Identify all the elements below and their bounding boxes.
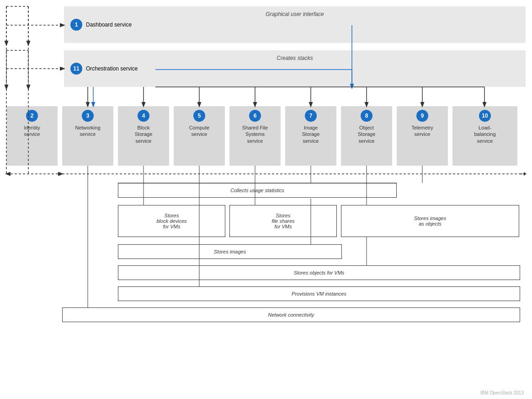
- badge-4: 4: [138, 110, 149, 122]
- badge-5: 5: [193, 110, 205, 122]
- svg-marker-28: [524, 172, 527, 176]
- dashboard-band-label: Graphical user interface: [266, 11, 324, 17]
- orchestration-band-label: Creates stacks: [277, 55, 313, 61]
- rel-collects-usage: Collects usage statistics: [118, 183, 397, 198]
- block-storage-service-label: BlockStorageservice: [135, 124, 153, 144]
- orchestration-service-label: Orchestration service: [86, 65, 138, 72]
- rel-stores-images: Stores images: [118, 244, 342, 259]
- networking-service-label: Networkingservice: [75, 124, 100, 138]
- dashboard-band: 1 Dashboard service Graphical user inter…: [64, 6, 526, 43]
- service-box-compute: 5 Computeservice: [174, 106, 225, 166]
- rel-stores-images-objects-label: Stores imagesas objects: [414, 216, 446, 226]
- shared-file-service-label: Shared FileSystemsservice: [242, 124, 268, 144]
- rel-network-connectivity: Network connectivity: [62, 307, 520, 322]
- rel-provisions-vm: Provisions VM instances: [118, 286, 520, 301]
- compute-service-label: Computeservice: [189, 124, 210, 138]
- rel-stores-images-objects: Stores imagesas objects: [341, 205, 519, 237]
- badge-9: 9: [416, 110, 428, 122]
- service-box-object-storage: 8 ObjectStorageservice: [341, 106, 392, 166]
- service-box-loadbalancing: 10 Load-balancingservice: [452, 106, 517, 166]
- rel-network-connectivity-label: Network connectivity: [268, 312, 314, 318]
- telemetry-service-label: Telemetryservice: [411, 124, 433, 138]
- badge-2: 2: [26, 110, 38, 122]
- orchestration-band: 11 Orchestration service Creates stacks: [64, 50, 526, 87]
- badge-10: 10: [479, 110, 491, 122]
- service-box-block-storage: 4 BlockStorageservice: [118, 106, 169, 166]
- badge-1: 1: [70, 19, 82, 31]
- badge-3: 3: [82, 110, 94, 122]
- object-storage-service-label: ObjectStorageservice: [358, 124, 376, 144]
- rel-collects-usage-label: Collects usage statistics: [230, 188, 284, 193]
- rel-stores-file-shares: Storesfile sharesfor VMs: [229, 205, 337, 237]
- diagram-container: 1 Dashboard service Graphical user inter…: [0, 0, 532, 399]
- rel-stores-objects-label: Stores objects for VMs: [294, 270, 345, 275]
- rel-stores-objects: Stores objects for VMs: [118, 265, 520, 280]
- svg-marker-27: [59, 172, 62, 176]
- rel-stores-block-label: Storesblock devicesfor VMs: [156, 213, 186, 229]
- service-box-shared-file: 6 Shared FileSystemsservice: [229, 106, 281, 166]
- service-box-telemetry: 9 Telemetryservice: [397, 106, 448, 166]
- badge-6: 6: [249, 110, 261, 122]
- identity-service-label: Identityservice: [24, 124, 40, 138]
- loadbalancing-service-label: Load-balancingservice: [474, 124, 495, 144]
- badge-7: 7: [305, 110, 317, 122]
- rel-stores-block: Storesblock devicesfor VMs: [118, 205, 225, 237]
- service-box-networking: 3 Networkingservice: [62, 106, 113, 166]
- image-storage-service-label: ImageStorageservice: [302, 124, 320, 144]
- dashboard-service-label: Dashboard service: [86, 22, 132, 28]
- badge-8: 8: [361, 110, 372, 122]
- rel-provisions-vm-label: Provisions VM instances: [292, 291, 346, 297]
- rel-stores-images-label: Stores images: [214, 249, 246, 254]
- badge-11: 11: [70, 63, 82, 75]
- rel-stores-file-shares-label: Storesfile sharesfor VMs: [271, 213, 294, 229]
- service-box-identity: 2 Identityservice: [6, 106, 58, 166]
- watermark: IBM OpenStack 2013: [480, 390, 524, 395]
- service-box-image-storage: 7 ImageStorageservice: [285, 106, 336, 166]
